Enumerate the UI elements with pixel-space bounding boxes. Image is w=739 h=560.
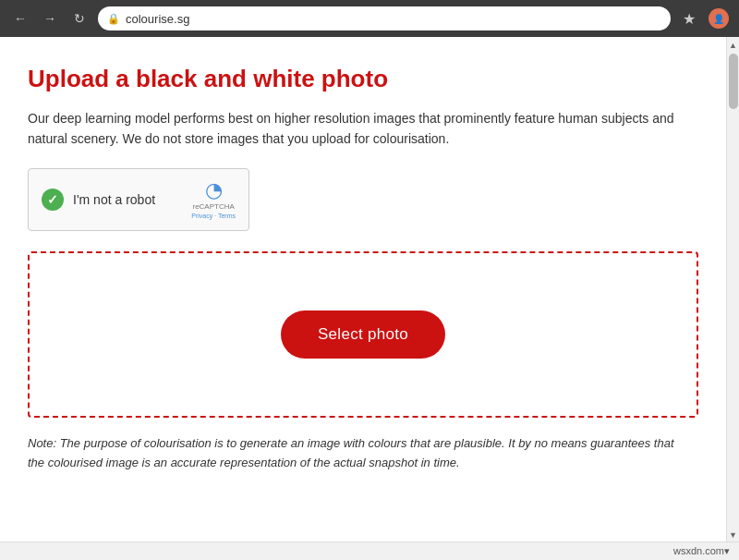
page-title: Upload a black and white photo (28, 65, 698, 93)
status-text: wsxdn.com▾ (673, 545, 730, 557)
captcha-label: I'm not a robot (73, 192, 155, 207)
page-body: Upload a black and white photo Our deep … (0, 37, 726, 542)
scroll-up-arrow[interactable]: ▲ (727, 39, 740, 52)
lock-icon: 🔒 (107, 13, 120, 25)
content-area: Upload a black and white photo Our deep … (0, 37, 739, 542)
scroll-track[interactable] (727, 54, 740, 529)
select-photo-button[interactable]: Select photo (281, 310, 445, 359)
note-text: Note: The purpose of colourisation is to… (28, 434, 693, 473)
url-text: colourise.sg (126, 12, 189, 26)
recaptcha-brand: reCAPTCHA (192, 202, 234, 211)
captcha-widget[interactable]: ✓ I'm not a robot ◔ reCAPTCHA Privacy · … (28, 168, 249, 231)
captcha-left: ✓ I'm not a robot (42, 189, 155, 211)
scroll-down-arrow[interactable]: ▼ (727, 529, 740, 542)
browser-toolbar: ← → ↻ 🔒 colourise.sg ★ 👤 (0, 0, 739, 37)
recaptcha-links[interactable]: Privacy · Terms (191, 213, 236, 219)
address-bar[interactable]: 🔒 colourise.sg (98, 6, 671, 30)
status-bar: wsxdn.com▾ (0, 542, 739, 560)
captcha-right: ◔ reCAPTCHA Privacy · Terms (191, 180, 236, 219)
toolbar-right: ★ 👤 (678, 7, 730, 30)
recaptcha-logo-icon: ◔ (205, 180, 223, 201)
scrollbar[interactable]: ▲ ▼ (726, 37, 739, 542)
captcha-checkmark: ✓ (42, 189, 64, 211)
upload-dropzone[interactable]: Select photo (28, 251, 698, 418)
scroll-thumb[interactable] (729, 54, 738, 109)
forward-button[interactable]: → (39, 7, 61, 30)
browser-window: ← → ↻ 🔒 colourise.sg ★ 👤 Upload a black … (0, 0, 739, 560)
description-text: Our deep learning model performs best on… (28, 108, 674, 150)
back-button[interactable]: ← (9, 7, 31, 30)
reload-button[interactable]: ↻ (68, 7, 91, 30)
avatar-circle: 👤 (709, 8, 729, 29)
user-avatar[interactable]: 👤 (708, 7, 730, 30)
bookmark-icon[interactable]: ★ (678, 7, 700, 30)
